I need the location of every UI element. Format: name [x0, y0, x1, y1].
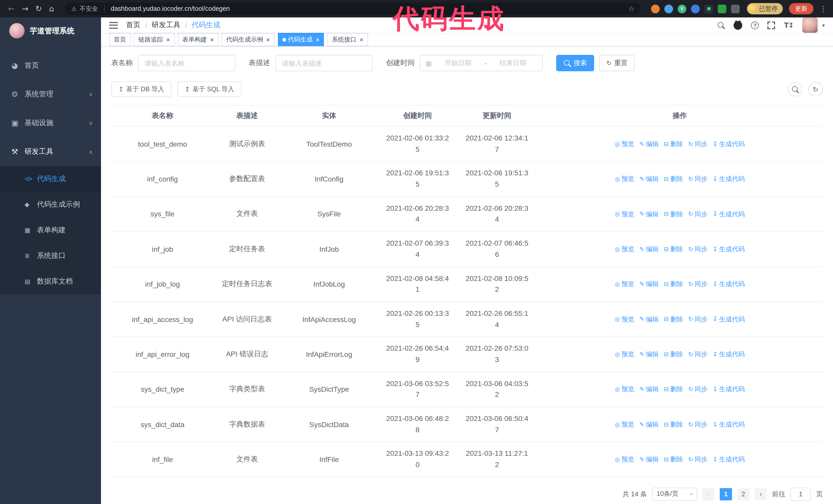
- preview-link[interactable]: ◎预览: [615, 421, 634, 429]
- profile-paused-badge[interactable]: 已暂停: [747, 3, 783, 14]
- generate-code-link[interactable]: ↧生成代码: [713, 455, 744, 464]
- github-icon[interactable]: [734, 21, 742, 29]
- close-icon[interactable]: ×: [316, 36, 319, 43]
- preview-link[interactable]: ◎预览: [615, 455, 634, 464]
- preview-link[interactable]: ◎预览: [615, 280, 634, 289]
- extension-icon[interactable]: [718, 4, 727, 13]
- preview-link[interactable]: ◎预览: [615, 245, 634, 254]
- edit-link[interactable]: ✎编辑: [639, 175, 659, 184]
- tab-codegen-demo[interactable]: 代码生成示例 ×: [221, 33, 275, 46]
- sidebar-item-dev-tools[interactable]: ⚒ 研发工具 ∧: [0, 137, 101, 166]
- preview-link[interactable]: ◎预览: [615, 210, 634, 219]
- sidebar-item-db-docs[interactable]: ▤ 数据库文档: [0, 269, 101, 294]
- generate-code-link[interactable]: ↧生成代码: [713, 421, 744, 429]
- delete-link[interactable]: ⊟删除: [664, 421, 683, 429]
- page-button-1[interactable]: 1: [720, 488, 732, 500]
- generate-code-link[interactable]: ↧生成代码: [713, 210, 744, 219]
- preview-link[interactable]: ◎预览: [615, 350, 634, 359]
- preview-link[interactable]: ◎预览: [615, 315, 634, 324]
- import-from-db-button[interactable]: ↥ 基于 DB 导入: [111, 81, 171, 97]
- create-time-range-picker[interactable]: ▦ 开始日期 - 结束日期: [420, 55, 543, 71]
- extensions-puzzle-icon[interactable]: [731, 4, 740, 13]
- tab-link-tracing[interactable]: 链路追踪 ×: [134, 33, 174, 46]
- close-icon[interactable]: ×: [266, 36, 270, 43]
- delete-link[interactable]: ⊟删除: [664, 385, 683, 394]
- generate-code-link[interactable]: ↧生成代码: [713, 175, 744, 184]
- chrome-update-button[interactable]: 更新: [789, 3, 813, 14]
- reset-button[interactable]: ↻ 重置: [599, 55, 635, 71]
- sidebar-item-infrastructure[interactable]: ▣ 基础设施 ∨: [0, 109, 101, 137]
- vue-devtools-extension-icon[interactable]: [678, 4, 686, 13]
- import-from-sql-button[interactable]: ↥ 基于 SQL 导入: [177, 81, 241, 97]
- generate-code-link[interactable]: ↧生成代码: [713, 140, 744, 149]
- sidebar-toggle-hamburger-icon[interactable]: [109, 22, 118, 28]
- sync-link[interactable]: ↻同步: [688, 140, 708, 149]
- delete-link[interactable]: ⊟删除: [664, 455, 683, 464]
- preview-link[interactable]: ◎预览: [615, 140, 634, 149]
- font-size-icon[interactable]: T↕: [784, 21, 793, 29]
- generate-code-link[interactable]: ↧生成代码: [713, 385, 744, 394]
- extension-icon[interactable]: [704, 4, 713, 13]
- edit-link[interactable]: ✎编辑: [639, 421, 659, 429]
- extension-icon[interactable]: [664, 4, 673, 13]
- sync-link[interactable]: ↻同步: [688, 245, 708, 254]
- delete-link[interactable]: ⊟删除: [664, 280, 683, 289]
- page-button-2[interactable]: 2: [737, 488, 749, 500]
- tab-home[interactable]: 首页: [109, 33, 131, 46]
- edit-link[interactable]: ✎编辑: [639, 350, 659, 359]
- back-icon[interactable]: ←: [8, 5, 15, 13]
- delete-link[interactable]: ⊟删除: [664, 210, 683, 219]
- sync-link[interactable]: ↻同步: [688, 350, 708, 359]
- preview-link[interactable]: ◎预览: [615, 385, 634, 394]
- generate-code-link[interactable]: ↧生成代码: [713, 280, 744, 289]
- extension-icon[interactable]: [651, 4, 660, 13]
- delete-link[interactable]: ⊟删除: [664, 315, 683, 324]
- edit-link[interactable]: ✎编辑: [639, 455, 659, 464]
- search-button[interactable]: 搜索: [556, 55, 594, 71]
- edit-link[interactable]: ✎编辑: [639, 140, 659, 149]
- bookmark-star-icon[interactable]: ☆: [628, 5, 635, 13]
- close-icon[interactable]: ×: [360, 36, 363, 43]
- edit-link[interactable]: ✎编辑: [639, 245, 659, 254]
- generate-code-link[interactable]: ↧生成代码: [713, 245, 744, 254]
- edit-link[interactable]: ✎编辑: [639, 210, 659, 219]
- sidebar-item-form-builder[interactable]: ▦ 表单构建: [0, 217, 101, 243]
- fullscreen-icon[interactable]: [768, 21, 775, 29]
- edit-link[interactable]: ✎编辑: [639, 315, 659, 324]
- sync-link[interactable]: ↻同步: [688, 280, 708, 289]
- generate-code-link[interactable]: ↧生成代码: [713, 315, 744, 324]
- toggle-search-button[interactable]: [788, 82, 802, 96]
- sidebar-item-home[interactable]: ◕ 首页: [0, 51, 101, 80]
- sync-link[interactable]: ↻同步: [688, 175, 708, 184]
- sidebar-item-code-generation[interactable]: </> 代码生成: [0, 166, 101, 192]
- sidebar-item-system-api[interactable]: ≣ 系统接口: [0, 243, 101, 269]
- sync-link[interactable]: ↻同步: [688, 210, 708, 219]
- preview-link[interactable]: ◎预览: [615, 175, 634, 184]
- delete-link[interactable]: ⊟删除: [664, 245, 683, 254]
- close-icon[interactable]: ×: [210, 36, 214, 43]
- tab-form-builder[interactable]: 表单构建 ×: [177, 33, 218, 46]
- delete-link[interactable]: ⊟删除: [664, 140, 683, 149]
- sidebar-item-codegen-demo[interactable]: ◆ 代码生成示例: [0, 192, 101, 217]
- home-icon[interactable]: ⌂: [49, 5, 54, 13]
- search-icon[interactable]: [717, 21, 725, 29]
- sync-link[interactable]: ↻同步: [688, 421, 708, 429]
- delete-link[interactable]: ⊟删除: [664, 350, 683, 359]
- forward-icon[interactable]: →: [22, 5, 28, 13]
- tab-code-generation[interactable]: 代码生成 ×: [278, 33, 324, 46]
- edit-link[interactable]: ✎编辑: [639, 385, 659, 394]
- sync-link[interactable]: ↻同步: [688, 315, 708, 324]
- address-bar[interactable]: ⚠ 不安全 dashboard.yudao.iocoder.cn/tool/co…: [65, 3, 641, 15]
- help-icon[interactable]: [751, 21, 759, 29]
- goto-page-input[interactable]: [790, 487, 811, 501]
- generate-code-link[interactable]: ↧生成代码: [713, 350, 744, 359]
- edit-link[interactable]: ✎编辑: [639, 280, 659, 289]
- prev-page-button[interactable]: ‹: [702, 488, 715, 500]
- kebab-menu-icon[interactable]: ⋮: [820, 5, 827, 13]
- caret-down-icon[interactable]: ▾: [822, 22, 825, 28]
- extension-icon[interactable]: [691, 4, 700, 13]
- page-size-select[interactable]: 10条/页 ▾: [652, 487, 697, 501]
- user-avatar[interactable]: [802, 18, 818, 33]
- refresh-table-button[interactable]: ↻: [808, 82, 823, 96]
- reload-icon[interactable]: ↻: [35, 5, 42, 13]
